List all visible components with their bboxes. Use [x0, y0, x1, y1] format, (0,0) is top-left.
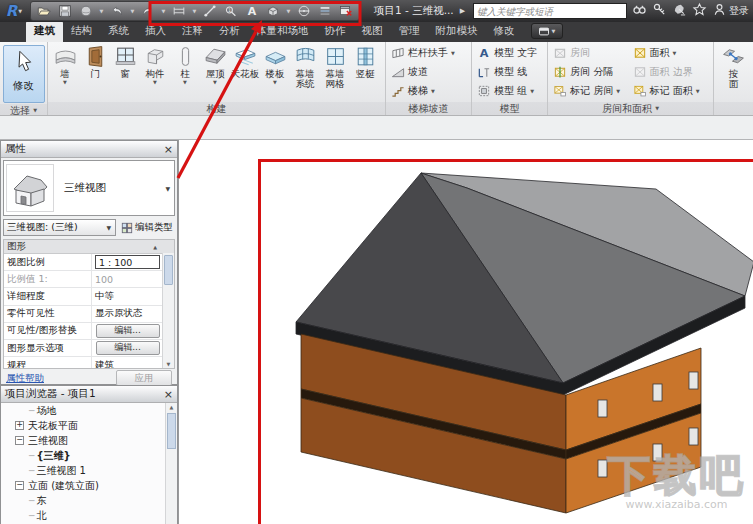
ribbon-button-模型线[interactable]: 模型 线	[474, 62, 530, 81]
edit-button[interactable]: 编辑...	[96, 341, 160, 355]
tab-体量和场地[interactable]: 体量和场地	[248, 21, 317, 42]
title-flyout-icon[interactable]: ▶	[460, 7, 465, 15]
ribbon-button-模型文字[interactable]: A模型 文字	[474, 43, 540, 62]
expand-plus-icon[interactable]: +	[15, 421, 24, 430]
graphics-section-header[interactable]: 图形 ▲	[4, 240, 174, 254]
properties-header[interactable]: 属性 ×	[1, 141, 177, 158]
undo-button[interactable]	[108, 3, 126, 19]
search-input[interactable]	[473, 3, 627, 19]
room-area-panel-label[interactable]: 房间和面积 ▼	[548, 102, 713, 115]
property-text[interactable]: 建筑	[95, 359, 114, 369]
chevron-down-icon[interactable]: ▼	[129, 9, 136, 14]
properties-scrollbar[interactable]: ▼	[162, 253, 174, 368]
tab-附加模块[interactable]: 附加模块	[428, 21, 486, 42]
close-hidden-windows-button[interactable]	[337, 3, 355, 19]
ribbon-button-竖梃[interactable]: 竖梃	[350, 43, 380, 79]
apply-button[interactable]: 应用	[116, 370, 172, 386]
instance-selector[interactable]: 三维视图: (三维) ▼	[3, 219, 116, 236]
chevron-down-icon[interactable]: ▼	[191, 9, 198, 14]
property-text[interactable]: 显示原状态	[95, 307, 143, 320]
ribbon-button-标记房间[interactable]: 标记 房间▼	[550, 81, 630, 100]
sync-button[interactable]	[77, 3, 95, 19]
type-selector[interactable]: 三维视图 ▼	[3, 160, 175, 216]
save-button[interactable]	[56, 3, 74, 19]
ribbon-button-坡道[interactable]: 坡道	[388, 62, 431, 81]
ribbon-button-楼板[interactable]: 楼板▼	[260, 43, 290, 85]
thin-lines-button[interactable]	[316, 3, 334, 19]
ribbon-button-窗[interactable]: 窗	[110, 43, 140, 79]
ribbon-button-柱[interactable]: 柱▼	[170, 43, 200, 85]
communication-center-button[interactable]	[671, 3, 688, 20]
scrollbar-thumb[interactable]	[167, 413, 176, 449]
chevron-down-icon: ▼	[616, 88, 620, 94]
tab-协作[interactable]: 协作	[317, 21, 354, 42]
aligned-dimension-button[interactable]	[170, 3, 188, 19]
properties-help-link[interactable]: 属性帮助	[6, 372, 44, 385]
tree-item-场地[interactable]: ─场地	[1, 403, 177, 418]
tree-item-北[interactable]: ─北	[1, 508, 177, 523]
select-panel-label[interactable]: 选择 ▼	[0, 104, 47, 115]
ribbon-button-楼梯[interactable]: 楼梯▼	[388, 81, 438, 100]
tree-item-立面(建筑立面)[interactable]: −立面 (建筑立面)	[1, 478, 177, 493]
tab-修改[interactable]: 修改	[486, 21, 523, 42]
property-text[interactable]: 中等	[95, 290, 114, 303]
tree-item-天花板平面[interactable]: +天花板平面	[1, 418, 177, 433]
chevron-down-icon[interactable]: ▼	[285, 9, 292, 14]
favorites-star-button[interactable]	[691, 3, 708, 20]
project-browser-header[interactable]: 项目浏览器 - 项目1 ×	[1, 386, 177, 403]
ribbon-button-幕墙网格[interactable]: 幕墙 网格	[320, 43, 350, 89]
ribbon-button-房间分隔[interactable]: 房间 分隔	[550, 62, 630, 81]
browser-scrollbar[interactable]: ▲	[165, 403, 177, 524]
property-input[interactable]: 1 : 100	[95, 255, 160, 269]
edit-type-button[interactable]: 编辑类型	[119, 221, 175, 234]
scrollbar-thumb[interactable]	[164, 255, 173, 285]
ribbon-button-墙[interactable]: 墙▼	[50, 43, 80, 85]
text-button[interactable]: A	[243, 3, 261, 19]
ribbon-button-构件[interactable]: 构件▼	[140, 43, 170, 85]
drawing-area[interactable]: 下载吧 www.xiazaiba.com	[178, 140, 753, 524]
tab-插入[interactable]: 插入	[137, 21, 174, 42]
tab-系统[interactable]: 系统	[100, 21, 137, 42]
ribbon-button-天花板[interactable]: 天花板	[230, 43, 260, 79]
collapse-minus-icon[interactable]: −	[15, 436, 24, 445]
close-icon[interactable]: ×	[164, 389, 173, 400]
ribbon-button-模型组[interactable]: 模型 组▼	[474, 81, 537, 100]
tree-item-三维视图[interactable]: −三维视图	[1, 433, 177, 448]
tree-item-三维视图1[interactable]: ─三维视图 1	[1, 463, 177, 478]
tag-by-category-button[interactable]: 1	[222, 3, 240, 19]
scroll-up-icon[interactable]: ▲	[166, 404, 177, 410]
search-button[interactable]	[631, 3, 648, 20]
tab-注释[interactable]: 注释	[174, 21, 211, 42]
measure-button[interactable]	[201, 3, 219, 19]
close-icon[interactable]: ×	[164, 144, 173, 155]
ribbon-button-门[interactable]: 门	[80, 43, 110, 79]
default-3d-view-button[interactable]	[264, 3, 282, 19]
ribbon-button-栏杆扶手[interactable]: 栏杆扶手▼	[388, 43, 458, 62]
ribbon-button-幕墙系统[interactable]: 幕墙 系统	[290, 43, 320, 89]
redo-button[interactable]	[139, 3, 157, 19]
subscription-key-button[interactable]	[651, 3, 668, 20]
modify-button[interactable]: 修改	[3, 45, 45, 103]
tree-item-东[interactable]: ─东	[1, 493, 177, 508]
ribbon-button-屋顶[interactable]: 屋顶▼	[200, 43, 230, 85]
tab-管理[interactable]: 管理	[391, 21, 428, 42]
ribbon-state-toggle[interactable]: ▼	[531, 23, 563, 39]
tab-建筑[interactable]: 建筑	[26, 21, 63, 42]
sign-in-label[interactable]: 登录	[729, 4, 749, 18]
signin-user-button[interactable]	[711, 3, 728, 20]
section-button[interactable]	[295, 3, 313, 19]
chevron-down-icon[interactable]: ▼	[98, 9, 105, 14]
ribbon-button-按面[interactable]: 按面	[717, 43, 751, 89]
ribbon-button-标记面积[interactable]: 标记 面积▼	[630, 81, 712, 100]
tab-结构[interactable]: 结构	[63, 21, 100, 42]
ribbon-button-面积[interactable]: 面积▼	[630, 43, 712, 62]
tab-视图[interactable]: 视图	[354, 21, 391, 42]
tab-分析[interactable]: 分析	[211, 21, 248, 42]
application-menu-button[interactable]: R ▼	[0, 0, 28, 22]
scroll-down-icon[interactable]: ▼	[163, 361, 174, 367]
chevron-down-icon[interactable]: ▼	[160, 9, 167, 14]
edit-button[interactable]: 编辑...	[96, 324, 160, 338]
collapse-minus-icon[interactable]: −	[15, 481, 24, 490]
tree-item-{三维}[interactable]: ─{三维}	[1, 448, 177, 463]
open-file-button[interactable]	[35, 3, 53, 19]
